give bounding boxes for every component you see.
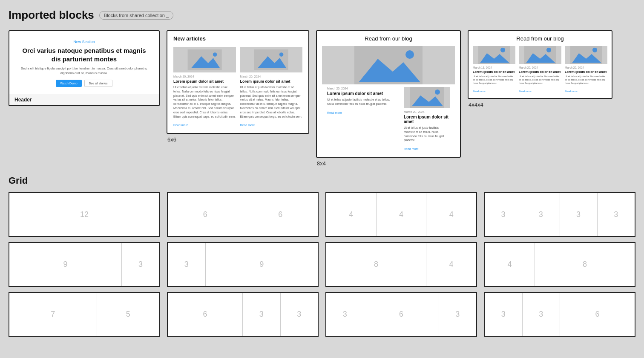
grid-card-3-9[interactable]: 3 9 (167, 242, 319, 287)
grid-col-4-right: 4 (426, 243, 476, 286)
blog-link-3[interactable]: Read more (565, 90, 578, 92)
grid-col-3c: 3 (560, 193, 598, 236)
header-block[interactable]: New Section Orci varius natoque penatibu… (9, 30, 160, 106)
blog-date-1: March 19, 2024 (473, 66, 515, 69)
blog-title-3: Lorem ipsum dolor sit amet (565, 70, 607, 74)
hb-eyebrow: New Section (17, 40, 151, 44)
blog-item-1: March 19, 2024 Lorem ipsum dolor sit ame… (473, 46, 515, 94)
grid-col-4a: 4 (326, 193, 377, 236)
grid-col-6a: 6 (168, 193, 243, 236)
grid-card-4-8[interactable]: 4 8 (484, 242, 635, 287)
grid-col-6-left: 6 (168, 293, 243, 336)
blog-block-4x4x4[interactable]: Read from our blog March 19, 2024 Lorem … (468, 30, 612, 99)
article-link-2[interactable]: Read more (240, 124, 255, 127)
blog-secondary-img (404, 87, 450, 108)
grid-col-4-left: 4 (485, 243, 535, 286)
article-block-card-6x6: New articles March 20, 2024 Lorem ipsum … (167, 30, 309, 167)
article-block-header: New articles (167, 31, 308, 44)
blog-block-card-8x4: Read from our blog March 20, 2024 Lorem … (316, 30, 461, 167)
grid-card-3-3-6[interactable]: 3 3 6 (484, 292, 635, 337)
see-all-stories-button[interactable]: See all stories (84, 80, 112, 87)
blog-text-3: Ut et tellus at justo facilisis molestie… (565, 75, 607, 85)
grid-col-3-right: 3 (122, 243, 159, 286)
grid-col-7: 7 (9, 293, 97, 336)
grid-col-6-right: 6 (560, 293, 635, 336)
grid-col-8: 8 (326, 243, 426, 286)
blog-aside-title: Lorem ipsum dolor sit amet (327, 91, 394, 96)
grid-card-3-6-3[interactable]: 3 6 3 (325, 292, 477, 337)
blog-aside-date: March 20, 2024 (327, 87, 394, 90)
grid-col-6b: 6 (243, 193, 318, 236)
article-grid: March 20, 2024 Lorem ipsum dolor sit ame… (167, 44, 308, 133)
svg-point-14 (500, 48, 505, 52)
blog-link-1[interactable]: Read more (473, 90, 486, 92)
blog-main-img (322, 46, 455, 84)
grid-col-9-right: 9 (206, 243, 318, 286)
grid-card-6-6[interactable]: 6 6 (167, 192, 319, 237)
grid-row-2: 9 3 3 9 8 4 4 8 (9, 242, 635, 287)
watch-demo-button[interactable]: Watch Demo (56, 80, 81, 87)
block-caption-8x4: 8x4 (316, 160, 461, 167)
article-link-1[interactable]: Read more (173, 124, 188, 127)
grid-card-3-3-3-3[interactable]: 3 3 3 3 (484, 192, 635, 237)
grid-col-12: 12 (9, 193, 159, 236)
grid-section: Grid 12 6 6 4 4 4 3 3 3 3 (9, 175, 635, 337)
article-item-1: March 20, 2024 Lorem ipsum dolor sit ame… (173, 47, 236, 128)
blog-date-2: March 20, 2024 (519, 66, 561, 69)
blog-text-1: Ut et tellus at justo facilisis molestie… (473, 75, 515, 85)
grid-col-3a: 3 (485, 193, 522, 236)
blog-secondary-link[interactable]: Read more (404, 147, 419, 150)
shared-collection-badge: Blocks from shared collection _ (99, 11, 173, 20)
blog-secondary-date: March 20, 2024 (404, 110, 450, 113)
grid-card-4-4-4[interactable]: 4 4 4 (325, 192, 477, 237)
blog-block-8x4[interactable]: Read from our blog March 20, 2024 Lorem … (316, 30, 461, 158)
blog-aside-text: Ut et tellus at justo facilisis molestie… (327, 98, 394, 106)
article-date-2: March 20, 2024 (240, 75, 303, 78)
blog-text-2: Ut et tellus at justo facilisis molestie… (519, 75, 561, 85)
blog-item-3: March 20, 2024 Lorem ipsum dolor sit ame… (565, 46, 607, 94)
blog-secondary-text: Ut et tellus at justo facilisis molestie… (404, 126, 450, 142)
blog-secondary-title: Lorem ipsum dolor sit amet (404, 115, 450, 124)
grid-col-3-mid: 3 (243, 293, 281, 336)
block-caption-6x6: 6x6 (167, 136, 309, 143)
grid-card-12[interactable]: 12 (9, 192, 160, 237)
block-caption-4x4x4: 4x4x4 (468, 101, 612, 108)
blog-title-2: Lorem ipsum dolor sit amet (519, 70, 561, 74)
grid-col-3-right3: 3 (439, 293, 477, 336)
header-block-label: Header (9, 94, 159, 105)
article-block-6x6[interactable]: New articles March 20, 2024 Lorem ipsum … (167, 30, 309, 134)
grid-col-8-right: 8 (535, 243, 635, 286)
grid-col-3-left3: 3 (485, 293, 523, 336)
imported-blocks-row: New Section Orci varius natoque penatibu… (9, 30, 635, 167)
blog-content-8x4: March 20, 2024 Lorem ipsum dolor sit ame… (317, 87, 460, 157)
hb-title: Orci varius natoque penatibus et magnis … (17, 46, 151, 63)
svg-point-20 (592, 48, 597, 52)
grid-col-3-right2: 3 (281, 293, 318, 336)
blog-grid-4x4x4: March 19, 2024 Lorem ipsum dolor sit ame… (469, 46, 612, 98)
svg-point-8 (405, 50, 414, 59)
blog-aside-link[interactable]: Read more (327, 111, 342, 114)
grid-rows: 12 6 6 4 4 4 3 3 3 3 9 3 (9, 192, 635, 337)
blog-header-4x4x4: Read from our blog (469, 31, 612, 46)
article-img-1 (173, 47, 236, 72)
svg-point-17 (546, 48, 551, 52)
page-header: Imported blocks Blocks from shared colle… (9, 9, 635, 22)
grid-card-9-3[interactable]: 9 3 (9, 242, 160, 287)
blog-title-1: Lorem ipsum dolor sit amet (473, 70, 515, 74)
blog-link-2[interactable]: Read more (519, 90, 532, 92)
grid-card-6-3-3[interactable]: 6 3 3 (167, 292, 319, 337)
article-text-1: Ut et tellus at justo facilisis molestie… (173, 85, 236, 118)
article-img-2 (240, 47, 303, 72)
grid-col-4c: 4 (426, 193, 476, 236)
page-title: Imported blocks (9, 9, 94, 22)
blog-item-2: March 20, 2024 Lorem ipsum dolor sit ame… (519, 46, 561, 94)
blog-img-1 (473, 46, 515, 64)
article-item-2: March 20, 2024 Lorem ipsum dolor sit ame… (240, 47, 303, 128)
grid-col-4b: 4 (377, 193, 427, 236)
blog-secondary-content: March 20, 2024 Lorem ipsum dolor sit ame… (404, 87, 455, 152)
hb-buttons: Watch Demo See all stories (17, 80, 151, 87)
grid-row-3: 7 5 6 3 3 3 6 3 3 3 6 (9, 292, 635, 337)
grid-card-7-5[interactable]: 7 5 (9, 292, 160, 337)
grid-col-3d: 3 (598, 193, 635, 236)
grid-card-8-4[interactable]: 8 4 (325, 242, 477, 287)
